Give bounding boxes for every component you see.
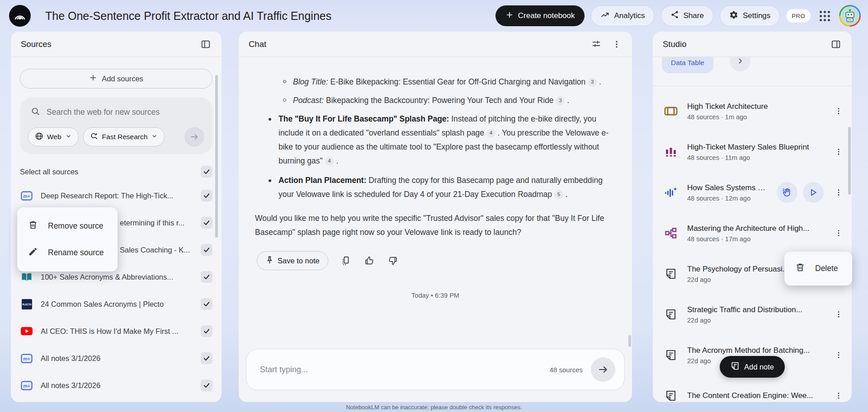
source-title: Deep Research Report: The High-Tick... xyxy=(41,192,193,200)
interactive-mode-button[interactable] xyxy=(777,182,797,203)
source-checkbox[interactable] xyxy=(201,271,212,283)
studio-item-row[interactable]: Strategic Traffic and Distribution... 22… xyxy=(653,294,852,335)
search-input[interactable]: Search the web for new sources xyxy=(28,107,204,118)
note-icon xyxy=(664,349,678,361)
citation-badge[interactable]: 5 xyxy=(554,190,563,199)
studio-item-more-icon[interactable] xyxy=(833,105,844,117)
studio-item-row[interactable]: How Sales Systems Map... 48 sources · 12… xyxy=(653,172,852,213)
copy-icon[interactable] xyxy=(340,255,352,267)
web-filter-dropdown[interactable]: Web xyxy=(28,127,79,146)
chat-more-options-icon[interactable] xyxy=(611,39,622,50)
sparkle-search-icon xyxy=(90,132,99,142)
data-table-chip[interactable]: Data Table xyxy=(662,57,713,73)
add-sources-button[interactable]: Add sources xyxy=(20,69,212,89)
studio-item-more-icon[interactable] xyxy=(833,349,844,361)
studio-item-more-icon[interactable] xyxy=(833,227,844,239)
search-filters-row: Web Fast Research xyxy=(28,127,204,147)
studio-item-title: How Sales Systems Map... xyxy=(687,183,768,192)
studio-item-row[interactable]: High Ticket Architecture 48 sources · 1m… xyxy=(653,91,852,131)
search-submit-button[interactable] xyxy=(184,127,204,147)
note-blue-icon: m+ xyxy=(20,381,33,390)
studio-item-title: The Acronym Method for Batching... xyxy=(687,346,815,355)
source-title: 100+ Sales Acronyms & Abbreviations... xyxy=(41,273,193,281)
source-title: etermining if this r... xyxy=(120,219,193,227)
delete-menu-item[interactable]: Delete xyxy=(784,255,852,282)
save-to-note-button[interactable]: Save to note xyxy=(257,251,328,270)
create-notebook-button[interactable]: Create notebook xyxy=(495,5,585,26)
thumbs-up-icon[interactable] xyxy=(363,255,375,267)
pencil-icon xyxy=(28,247,38,259)
studio-item-meta: 48 sources · 11m ago xyxy=(687,154,815,161)
source-checkbox[interactable] xyxy=(201,325,212,337)
sources-panel: Sources Add sources Search the web for n… xyxy=(11,32,222,402)
source-checkbox[interactable] xyxy=(201,217,212,229)
chat-paragraph: Would you like me to help you write the … xyxy=(255,211,616,239)
sources-scrollbar[interactable] xyxy=(215,75,218,238)
studio-item-row[interactable]: High-Ticket Mastery Sales Blueprint 48 s… xyxy=(653,131,852,172)
source-context-menu: Remove source Rename source xyxy=(17,207,118,272)
studio-body: Data Table High Ticket Architecture 48 s… xyxy=(653,57,852,402)
flashcards-icon xyxy=(664,106,678,117)
studio-panel-header: Studio xyxy=(653,32,852,57)
chat-scrollbar[interactable] xyxy=(628,335,631,347)
chat-paragraph: Action Plan Placement: Drafting the copy… xyxy=(255,173,616,201)
source-checkbox[interactable] xyxy=(201,244,212,256)
chat-date-divider: Today • 6:39 PM xyxy=(255,292,616,299)
play-audio-button[interactable] xyxy=(803,182,824,203)
source-row[interactable]: m+ Deep Research Report: The High-Tick..… xyxy=(11,182,222,209)
send-message-button[interactable] xyxy=(591,357,615,382)
chat-input-box[interactable]: Start typing... 48 sources xyxy=(246,349,625,390)
citation-badge[interactable]: 3 xyxy=(588,78,597,87)
source-count-label: 48 sources xyxy=(550,366,583,374)
chat-panel: Chat Blog Title: E-Bike Bikepacking: Ess… xyxy=(239,32,632,402)
pro-badge: PRO xyxy=(786,9,811,23)
studio-item-row[interactable]: The Content Creation Engine: Wee... xyxy=(653,375,852,402)
studio-scrollbar[interactable] xyxy=(848,127,851,195)
share-icon xyxy=(670,10,679,21)
source-checkbox[interactable] xyxy=(201,352,212,364)
notebooklm-logo-icon[interactable] xyxy=(9,5,31,27)
source-row[interactable]: m+ All notes 3/1/2026 xyxy=(11,345,222,372)
source-row[interactable]: AI CEO: THIS is How I'd Make My First ..… xyxy=(11,318,222,345)
note-blue-icon: m+ xyxy=(20,191,33,201)
collapse-studio-panel-icon[interactable] xyxy=(830,38,842,50)
source-checkbox[interactable] xyxy=(201,298,212,310)
disclaimer-text: NotebookLM can be inaccurate; please dou… xyxy=(0,404,868,411)
source-checkbox[interactable] xyxy=(201,190,212,201)
google-apps-icon[interactable] xyxy=(817,8,833,24)
citation-badge[interactable]: 3 xyxy=(556,96,565,105)
chevron-down-icon xyxy=(151,133,158,141)
collapse-sources-panel-icon[interactable] xyxy=(200,38,212,50)
studio-item-more-icon[interactable] xyxy=(833,146,844,158)
select-all-checkbox[interactable] xyxy=(201,166,212,178)
rename-source-menu-item[interactable]: Rename source xyxy=(17,239,118,266)
add-note-button[interactable]: Add note xyxy=(720,356,785,378)
studio-item-row[interactable]: Mastering the Architecture of High... 48… xyxy=(653,213,852,253)
notebook-title[interactable]: The One-Sentence Profit Extractor and AI… xyxy=(45,9,331,23)
analytics-button[interactable]: Analytics xyxy=(591,5,654,26)
studio-item-title: Strategic Traffic and Distribution... xyxy=(687,305,815,314)
chip-next-icon[interactable] xyxy=(730,57,750,71)
settings-button[interactable]: Settings xyxy=(720,5,780,26)
remove-source-menu-item[interactable]: Remove source xyxy=(17,213,118,239)
svg-text:PLECTO: PLECTO xyxy=(22,303,31,306)
note-icon xyxy=(731,361,740,372)
research-mode-dropdown[interactable]: Fast Research xyxy=(83,127,165,146)
thumbs-down-icon[interactable] xyxy=(387,255,399,267)
studio-chip-row: Data Table xyxy=(653,57,852,86)
chat-paragraph: The "Buy It For Life Basecamp" Splash Pa… xyxy=(255,112,616,168)
citation-badge[interactable]: 4 xyxy=(486,129,495,138)
citation-badge[interactable]: 4 xyxy=(325,157,334,166)
studio-item-more-icon[interactable] xyxy=(833,187,844,198)
share-button[interactable]: Share xyxy=(661,5,713,26)
studio-item-more-icon[interactable] xyxy=(833,309,844,320)
studio-item-more-icon[interactable] xyxy=(833,390,844,402)
chat-settings-icon[interactable] xyxy=(590,38,602,50)
notebooklm-app: The One-Sentence Profit Extractor and AI… xyxy=(0,0,868,412)
account-avatar[interactable] xyxy=(839,5,861,27)
source-row[interactable]: PLECTO 24 Common Sales Acronyms | Plecto xyxy=(11,290,222,318)
source-row[interactable]: m+ All notes 3/1/2026 xyxy=(11,372,222,399)
source-checkbox[interactable] xyxy=(201,379,212,391)
top-actions: Create notebook Analytics Share Settings… xyxy=(495,5,861,27)
globe-icon xyxy=(35,132,43,142)
